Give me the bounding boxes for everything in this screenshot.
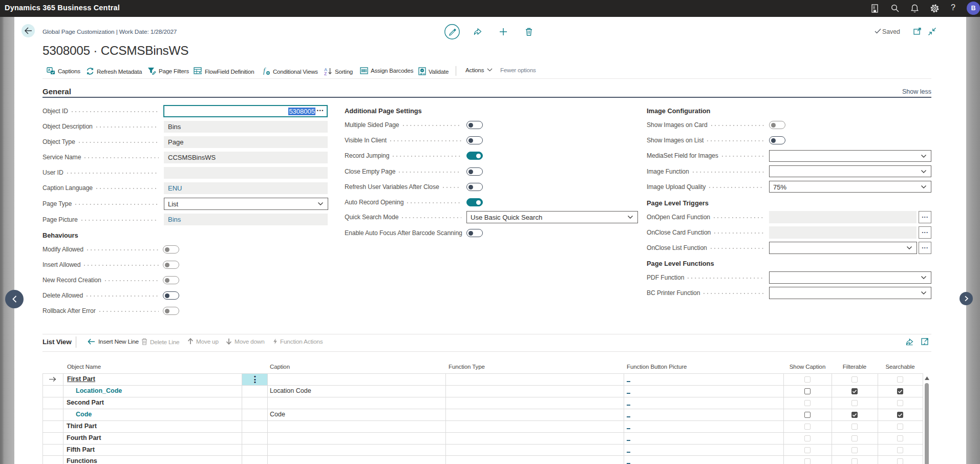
svg-text:f: f — [263, 67, 266, 75]
svg-text:Z: Z — [324, 71, 327, 76]
